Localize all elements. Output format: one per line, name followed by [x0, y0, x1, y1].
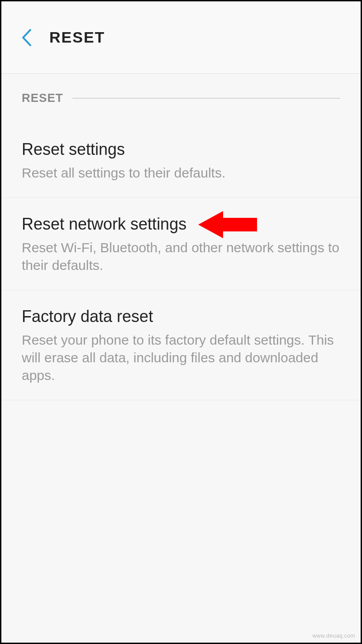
list-item-reset-network-settings[interactable]: Reset network settings Reset Wi-Fi, Blue… [1, 198, 361, 290]
settings-list: Reset settings Reset all settings to the… [1, 105, 361, 400]
section-divider [72, 98, 340, 99]
item-title: Reset settings [22, 139, 340, 159]
section-label: RESET [22, 91, 63, 105]
section-header: RESET [1, 74, 361, 105]
item-desc: Reset your phone to its factory default … [22, 331, 340, 384]
item-desc: Reset Wi-Fi, Bluetooth, and other networ… [22, 239, 340, 274]
item-title: Factory data reset [22, 306, 340, 327]
item-desc: Reset all settings to their defaults. [22, 164, 340, 182]
list-item-factory-data-reset[interactable]: Factory data reset Reset your phone to i… [1, 290, 361, 400]
item-title: Reset network settings [22, 214, 340, 234]
back-icon[interactable] [20, 28, 32, 47]
list-item-reset-settings[interactable]: Reset settings Reset all settings to the… [1, 123, 361, 198]
watermark-text: www.deuaq.com [312, 633, 355, 639]
page-title: RESET [49, 29, 105, 46]
header-bar: RESET [1, 1, 361, 74]
